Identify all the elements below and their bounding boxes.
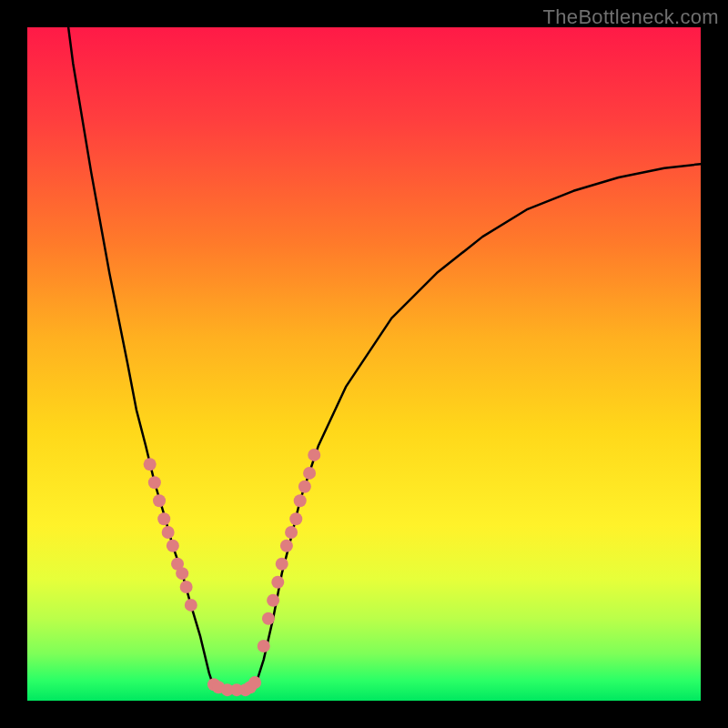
data-dot — [267, 594, 279, 607]
curve-layer — [27, 27, 701, 701]
data-dot — [153, 494, 166, 507]
data-dot — [148, 476, 161, 489]
data-dot — [157, 512, 170, 525]
curve-group — [68, 27, 701, 693]
data-dot — [162, 526, 175, 539]
data-dot — [298, 480, 311, 493]
data-dot — [280, 540, 293, 552]
data-dot — [144, 458, 157, 470]
data-dot — [258, 640, 270, 652]
data-dot — [262, 612, 275, 625]
data-dot — [285, 526, 298, 539]
data-dot — [176, 567, 188, 580]
data-dot — [180, 581, 193, 593]
bottleneck-curve — [68, 27, 701, 693]
plot-area — [27, 27, 701, 701]
data-dot — [271, 576, 284, 589]
data-dot — [303, 467, 316, 480]
data-dot — [167, 540, 179, 552]
dot-group — [144, 449, 321, 696]
data-dot — [248, 676, 261, 689]
data-dot — [185, 599, 197, 612]
data-dot — [276, 558, 288, 571]
data-dot — [308, 449, 320, 461]
outer-frame: TheBottleneck.com — [0, 0, 728, 728]
data-dot — [294, 494, 307, 507]
data-dot — [289, 512, 302, 525]
watermark-text: TheBottleneck.com — [543, 5, 719, 29]
